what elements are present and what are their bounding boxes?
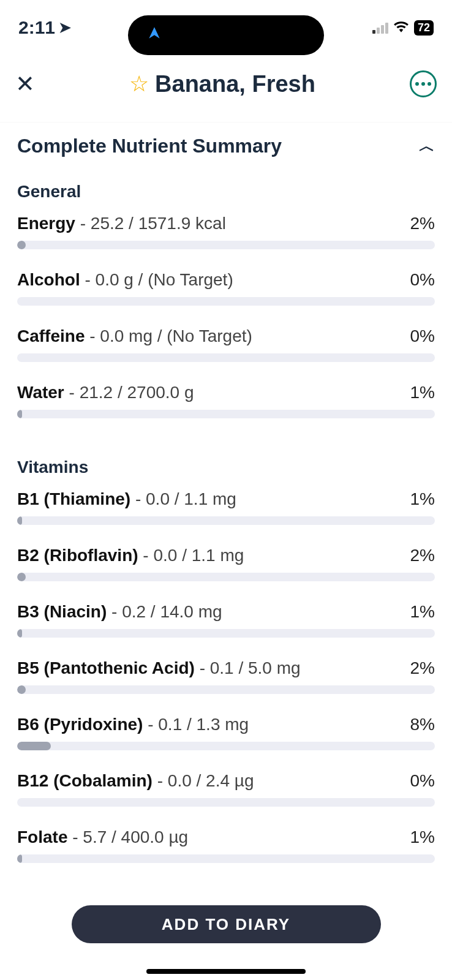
nutrient-row[interactable]: Caffeine - 0.0 mg / (No Target)0%: [17, 326, 435, 362]
nutrient-values: - 25.2 / 1571.9 kcal: [75, 214, 226, 233]
nutrient-values: - 0.1 / 5.0 mg: [195, 658, 301, 677]
chevron-up-icon: ︿: [419, 135, 435, 157]
progress-fill: [17, 516, 22, 525]
nutrient-values: - 0.1 / 1.3 mg: [143, 715, 249, 734]
home-indicator: [146, 969, 306, 974]
nutrient-percent: 0%: [410, 270, 435, 290]
nutrient-name: B2 (Riboflavin): [17, 546, 138, 565]
nutrient-name: B1 (Thiamine): [17, 489, 130, 508]
nutrient-text-row: Water - 21.2 / 2700.0 g1%: [17, 383, 435, 402]
group-title: Vitamins: [17, 458, 435, 477]
close-icon[interactable]: ✕: [15, 70, 35, 97]
nutrient-row[interactable]: B6 (Pyridoxine) - 0.1 / 1.3 mg8%: [17, 715, 435, 750]
progress-bar: [17, 742, 435, 750]
nutrient-row[interactable]: Alcohol - 0.0 g / (No Target)0%: [17, 270, 435, 306]
battery-icon: 72: [414, 20, 434, 36]
progress-bar: [17, 629, 435, 638]
progress-fill: [17, 573, 26, 581]
nutrient-row[interactable]: B1 (Thiamine) - 0.0 / 1.1 mg1%: [17, 489, 435, 525]
nutrient-text-row: B1 (Thiamine) - 0.0 / 1.1 mg1%: [17, 489, 435, 509]
nutrient-left: B12 (Cobalamin) - 0.0 / 2.4 µg: [17, 771, 254, 791]
nutrient-left: B2 (Riboflavin) - 0.0 / 1.1 mg: [17, 546, 244, 565]
page-title: Banana, Fresh: [155, 71, 315, 97]
summary-title: Complete Nutrient Summary: [17, 135, 282, 157]
more-button[interactable]: [410, 70, 437, 97]
nutrient-row[interactable]: B2 (Riboflavin) - 0.0 / 1.1 mg2%: [17, 546, 435, 581]
nutrient-values: - 0.0 / 1.1 mg: [138, 546, 244, 565]
add-to-diary-button[interactable]: ADD TO DIARY: [72, 905, 381, 943]
nutrient-text-row: B2 (Riboflavin) - 0.0 / 1.1 mg2%: [17, 546, 435, 565]
nutrient-values: - 0.0 g / (No Target): [80, 270, 233, 289]
status-time: 2:11 ➤: [18, 17, 71, 38]
title-wrap: ☆ Banana, Fresh: [129, 71, 315, 97]
nutrient-left: Caffeine - 0.0 mg / (No Target): [17, 326, 252, 346]
nutrient-text-row: Alcohol - 0.0 g / (No Target)0%: [17, 270, 435, 290]
nutrient-values: - 0.2 / 14.0 mg: [107, 602, 222, 621]
nutrient-name: Energy: [17, 214, 75, 233]
nutrient-row[interactable]: B3 (Niacin) - 0.2 / 14.0 mg1%: [17, 602, 435, 638]
nutrient-left: Folate - 5.7 / 400.0 µg: [17, 827, 188, 847]
time-text: 2:11: [18, 17, 55, 38]
nutrient-name: B3 (Niacin): [17, 602, 107, 621]
nutrient-text-row: B5 (Pantothenic Acid) - 0.1 / 5.0 mg2%: [17, 658, 435, 678]
nutrient-values: - 21.2 / 2700.0 g: [64, 383, 194, 402]
progress-fill: [17, 410, 22, 418]
nutrient-text-row: B12 (Cobalamin) - 0.0 / 2.4 µg0%: [17, 771, 435, 791]
nutrient-values: - 0.0 / 1.1 mg: [130, 489, 236, 508]
nutrient-row[interactable]: B5 (Pantothenic Acid) - 0.1 / 5.0 mg2%: [17, 658, 435, 694]
nutrient-left: Water - 21.2 / 2700.0 g: [17, 383, 194, 402]
nutrient-percent: 1%: [410, 489, 435, 509]
wifi-icon: [393, 19, 409, 36]
nutrient-percent: 2%: [410, 658, 435, 678]
cta-label: ADD TO DIARY: [162, 915, 290, 934]
nutrient-values: - 5.7 / 400.0 µg: [67, 827, 188, 846]
progress-bar: [17, 854, 435, 863]
progress-bar: [17, 685, 435, 694]
nutrient-text-row: B3 (Niacin) - 0.2 / 14.0 mg1%: [17, 602, 435, 622]
nutrient-percent: 0%: [410, 326, 435, 346]
group-title: General: [17, 182, 435, 202]
dynamic-island: [128, 15, 324, 55]
nutrient-left: B1 (Thiamine) - 0.0 / 1.1 mg: [17, 489, 236, 509]
status-icons: 72: [372, 19, 434, 36]
nutrient-values: - 0.0 mg / (No Target): [85, 326, 252, 345]
summary-header[interactable]: Complete Nutrient Summary ︿: [17, 123, 435, 182]
nutrient-percent: 0%: [410, 771, 435, 791]
nutrient-row[interactable]: Energy - 25.2 / 1571.9 kcal2%: [17, 214, 435, 249]
nutrient-percent: 2%: [410, 214, 435, 233]
nutrient-percent: 2%: [410, 546, 435, 565]
nutrient-left: Energy - 25.2 / 1571.9 kcal: [17, 214, 226, 233]
progress-bar: [17, 410, 435, 418]
progress-bar: [17, 516, 435, 525]
location-arrow-icon: ➤: [59, 19, 71, 36]
nav-arrow-icon: [146, 25, 162, 45]
progress-fill: [17, 685, 26, 694]
nutrient-name: Water: [17, 383, 64, 402]
progress-fill: [17, 742, 51, 750]
star-icon[interactable]: ☆: [129, 71, 149, 97]
nutrient-name: B6 (Pyridoxine): [17, 715, 143, 734]
nutrient-text-row: Energy - 25.2 / 1571.9 kcal2%: [17, 214, 435, 233]
nutrient-left: B3 (Niacin) - 0.2 / 14.0 mg: [17, 602, 222, 622]
nutrient-row[interactable]: B12 (Cobalamin) - 0.0 / 2.4 µg0%: [17, 771, 435, 807]
nutrient-left: B6 (Pyridoxine) - 0.1 / 1.3 mg: [17, 715, 249, 734]
nutrient-row[interactable]: Folate - 5.7 / 400.0 µg1%: [17, 827, 435, 863]
nutrient-percent: 1%: [410, 602, 435, 622]
nutrient-percent: 1%: [410, 827, 435, 847]
nutrient-text-row: B6 (Pyridoxine) - 0.1 / 1.3 mg8%: [17, 715, 435, 734]
nutrient-row[interactable]: Water - 21.2 / 2700.0 g1%: [17, 383, 435, 418]
nutrient-values: - 0.0 / 2.4 µg: [153, 771, 254, 790]
nutrient-percent: 8%: [410, 715, 435, 734]
nutrient-name: B12 (Cobalamin): [17, 771, 153, 790]
more-icon: [415, 82, 431, 86]
page-header: ✕ ☆ Banana, Fresh: [0, 55, 452, 123]
nutrient-left: B5 (Pantothenic Acid) - 0.1 / 5.0 mg: [17, 658, 301, 678]
progress-bar: [17, 353, 435, 362]
nutrient-text-row: Caffeine - 0.0 mg / (No Target)0%: [17, 326, 435, 346]
nutrient-name: Alcohol: [17, 270, 80, 289]
nutrient-name: Caffeine: [17, 326, 85, 345]
nutrient-percent: 1%: [410, 383, 435, 402]
nutrient-name: B5 (Pantothenic Acid): [17, 658, 195, 677]
status-bar: 2:11 ➤ 72: [0, 0, 452, 55]
signal-icon: [372, 21, 388, 34]
